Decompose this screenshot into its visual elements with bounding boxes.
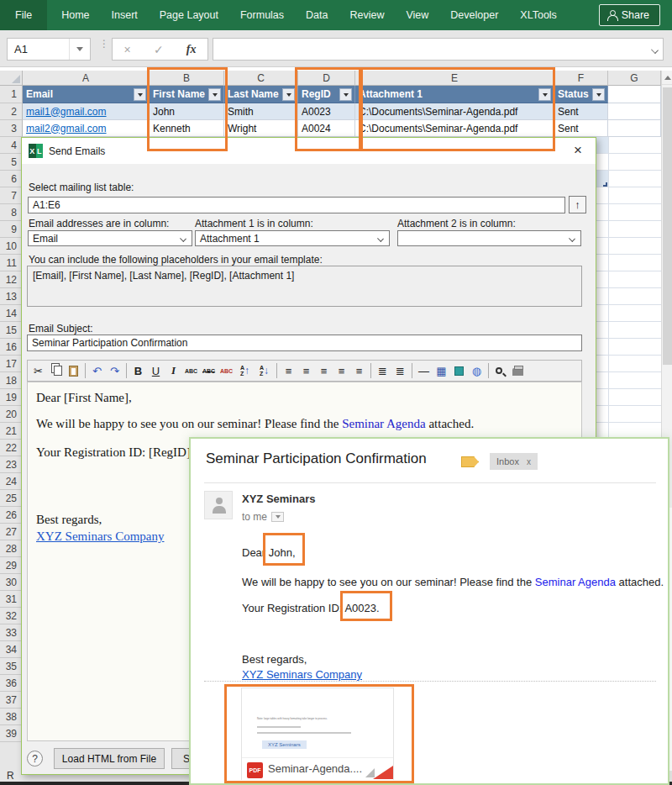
help-button[interactable]: ? bbox=[27, 751, 43, 767]
tab-developer[interactable]: Developer bbox=[439, 0, 509, 30]
numbered-list-icon[interactable]: ≣ bbox=[374, 362, 391, 379]
scrollbar-thumb[interactable] bbox=[663, 87, 672, 365]
strikethrough-icon[interactable]: ABC bbox=[200, 362, 218, 379]
row-headers-4-39[interactable]: 4 5 6 7 8 9 10 11 12 13 14 15 16 17 18 1… bbox=[0, 137, 23, 742]
name-box-dropdown[interactable] bbox=[69, 39, 83, 60]
attachment2-column-select[interactable] bbox=[397, 230, 581, 246]
cell-b3[interactable]: Kenneth bbox=[150, 120, 224, 137]
filter-dropdown-icon[interactable] bbox=[339, 88, 352, 101]
align-center-icon[interactable]: ≡ bbox=[297, 362, 315, 379]
hyperlink-globe-icon[interactable]: ◍ bbox=[468, 362, 486, 379]
cancel-icon[interactable]: × bbox=[124, 43, 131, 56]
tab-xltools[interactable]: XLTools bbox=[509, 0, 568, 30]
table-resize-handle[interactable] bbox=[603, 182, 607, 187]
share-button[interactable]: Share bbox=[599, 4, 660, 26]
indent-icon[interactable]: ≡ bbox=[333, 362, 350, 379]
cut-icon[interactable]: ✂ bbox=[29, 362, 47, 379]
tab-view[interactable]: View bbox=[395, 0, 439, 30]
row-header-2[interactable]: 2 bbox=[0, 103, 23, 120]
insert-image-icon[interactable] bbox=[450, 362, 468, 379]
table-header-regid[interactable]: RegID bbox=[298, 86, 355, 103]
cell-f3[interactable]: Sent bbox=[554, 120, 608, 137]
cell-g1[interactable] bbox=[608, 86, 661, 103]
cell-b2[interactable]: John bbox=[150, 103, 224, 120]
tab-formulas[interactable]: Formulas bbox=[229, 0, 295, 30]
bold-icon[interactable]: B bbox=[129, 362, 147, 379]
font-color-icon[interactable]: ABC bbox=[218, 362, 235, 379]
attachment-card[interactable]: Note: large tables with heavy formatting… bbox=[241, 688, 394, 780]
expand-formula-bar-icon[interactable] bbox=[651, 46, 659, 54]
cell-g2[interactable] bbox=[608, 103, 661, 120]
tab-review[interactable]: Review bbox=[339, 0, 395, 30]
column-header-a[interactable]: A bbox=[23, 71, 150, 86]
filter-dropdown-icon[interactable] bbox=[208, 88, 221, 101]
copy-icon[interactable] bbox=[47, 362, 65, 379]
cell-e2[interactable]: C:\Documents\Seminar-Agenda.pdf bbox=[355, 103, 554, 120]
email-column-select[interactable]: Email bbox=[28, 230, 192, 246]
column-header-e[interactable]: E bbox=[355, 71, 554, 86]
underline-icon[interactable]: U bbox=[147, 362, 165, 379]
range-input[interactable]: A1:E6 bbox=[28, 197, 565, 213]
subject-input[interactable]: Seminar Participation Confirmation bbox=[27, 335, 582, 351]
seminar-agenda-link[interactable]: Seminar Agenda bbox=[342, 417, 426, 430]
bullet-list-icon[interactable]: ≣ bbox=[391, 362, 409, 379]
table-header-first-name[interactable]: First Name bbox=[150, 86, 224, 103]
outdent-icon[interactable]: ≡ bbox=[350, 362, 368, 379]
email-link[interactable]: mail1@gmail.com bbox=[26, 106, 107, 118]
redo-icon[interactable]: ↷ bbox=[106, 362, 123, 379]
undo-icon[interactable]: ↶ bbox=[88, 362, 106, 379]
column-header-c[interactable]: C bbox=[224, 71, 298, 86]
filter-dropdown-icon[interactable] bbox=[538, 88, 551, 101]
find-icon[interactable] bbox=[491, 362, 509, 379]
align-right-icon[interactable]: ≡ bbox=[315, 362, 333, 379]
signature-link[interactable]: XYZ Seminars Company bbox=[242, 668, 362, 681]
table-header-email[interactable]: Email bbox=[23, 86, 150, 103]
tab-page-layout[interactable]: Page Layout bbox=[149, 0, 229, 30]
remove-label-icon[interactable]: x bbox=[527, 457, 531, 466]
attachment1-column-select[interactable]: Attachment 1 bbox=[195, 230, 390, 246]
horizontal-rule-icon[interactable]: — bbox=[415, 362, 433, 379]
cell-d2[interactable]: A0023 bbox=[298, 103, 355, 120]
pick-range-button[interactable]: ↑ bbox=[569, 196, 586, 213]
cell-g3[interactable] bbox=[608, 120, 661, 137]
paste-icon[interactable] bbox=[65, 362, 82, 379]
align-left-icon[interactable]: ≡ bbox=[280, 362, 297, 379]
load-html-button[interactable]: Load HTML from File bbox=[54, 748, 165, 769]
column-header-g[interactable]: G bbox=[608, 71, 661, 86]
sort-asc-icon[interactable]: AZ↑ bbox=[235, 362, 255, 379]
italic-icon[interactable]: I bbox=[165, 362, 182, 379]
cell-a2[interactable]: mail1@gmail.com bbox=[23, 103, 150, 120]
select-all-corner[interactable] bbox=[0, 71, 23, 86]
cell-c2[interactable]: Smith bbox=[224, 103, 298, 120]
cell-f2[interactable]: Sent bbox=[554, 103, 608, 120]
tab-home[interactable]: Home bbox=[50, 0, 100, 30]
cell-d3[interactable]: A0024 bbox=[298, 120, 355, 137]
column-header-f[interactable]: F bbox=[554, 71, 608, 86]
details-dropdown-icon[interactable] bbox=[271, 512, 284, 522]
table-header-last-name[interactable]: Last Name bbox=[224, 86, 298, 103]
formula-input[interactable] bbox=[213, 38, 664, 61]
column-header-b[interactable]: B bbox=[150, 71, 224, 86]
tab-insert[interactable]: Insert bbox=[101, 0, 149, 30]
cell-c3[interactable]: Wright bbox=[224, 120, 298, 137]
email-link[interactable]: mail2@gmail.com bbox=[26, 123, 107, 134]
print-icon[interactable] bbox=[509, 362, 527, 379]
filter-dropdown-icon[interactable] bbox=[134, 88, 146, 101]
font-icon[interactable]: ABC bbox=[182, 362, 200, 379]
name-box[interactable]: A1 bbox=[7, 38, 91, 61]
table-header-status[interactable]: Status bbox=[554, 86, 608, 103]
filter-dropdown-icon[interactable] bbox=[592, 88, 605, 101]
insert-function-icon[interactable]: fx bbox=[186, 43, 197, 56]
seminar-agenda-link[interactable]: Seminar Agenda bbox=[535, 576, 616, 588]
close-icon[interactable]: × bbox=[569, 141, 587, 160]
filter-dropdown-icon[interactable] bbox=[282, 88, 295, 101]
sort-desc-icon[interactable]: AZ↓ bbox=[255, 362, 274, 379]
cell-a3[interactable]: mail2@gmail.com bbox=[23, 120, 150, 137]
row-header-3[interactable]: 3 bbox=[0, 120, 23, 137]
row-header-1[interactable]: 1 bbox=[0, 86, 23, 103]
enter-check-icon[interactable]: ✓ bbox=[154, 43, 164, 56]
inbox-chip[interactable]: Inboxx bbox=[490, 453, 538, 470]
tab-file[interactable]: File bbox=[0, 0, 47, 30]
column-header-d[interactable]: D bbox=[298, 71, 355, 86]
table-header-attachment1[interactable]: Attachment 1 bbox=[355, 86, 554, 103]
